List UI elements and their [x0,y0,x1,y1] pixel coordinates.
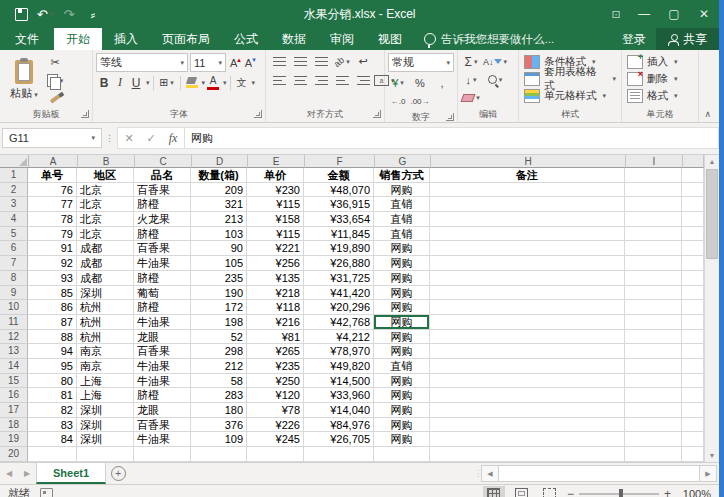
cell-A17[interactable]: 82 [28,403,77,418]
tab-page-layout[interactable]: 页面布局 [150,28,222,50]
cell-D9[interactable]: 190 [191,286,247,301]
row-header-2[interactable]: 2 [0,183,28,198]
cell-A14[interactable]: 95 [28,359,77,374]
cell-G8[interactable]: 网购 [374,271,430,286]
sheet-tab-sheet1[interactable]: Sheet1 [36,463,106,484]
cell-H6[interactable] [430,241,625,256]
cell-F19[interactable]: ¥26,705 [304,432,374,447]
cell-C15[interactable]: 牛油果 [134,374,191,389]
cell-I18[interactable] [625,418,682,433]
cell-G15[interactable]: 网购 [374,374,430,389]
row-header-13[interactable]: 13 [0,344,28,359]
format-as-table-button[interactable]: 套用表格格式▾ [522,70,618,87]
cell-F13[interactable]: ¥78,970 [304,344,374,359]
row-header-18[interactable]: 18 [0,418,28,433]
delete-cells-button[interactable]: 删除▾ [625,70,695,87]
row-header-8[interactable]: 8 [0,271,28,286]
cell-C10[interactable]: 脐橙 [134,300,191,315]
cell-G3[interactable]: 直销 [374,197,430,212]
cell-I2[interactable] [625,183,682,198]
zoom-level[interactable]: 100% [677,488,711,497]
row-header-3[interactable]: 3 [0,197,28,212]
increase-indent-button[interactable] [353,72,373,89]
cell-I7[interactable] [625,256,682,271]
cell-B14[interactable]: 南京 [77,359,134,374]
cell-D3[interactable]: 321 [191,197,247,212]
clear-button[interactable]: ▾ [461,89,481,106]
cell-H4[interactable] [430,212,625,227]
bottom-align-button[interactable] [311,53,331,70]
cell-F9[interactable]: ¥41,420 [304,286,374,301]
horizontal-scrollbar[interactable]: ◀ ▶ [481,463,719,484]
insert-cells-button[interactable]: 插入▾ [625,53,695,70]
cell-H5[interactable] [430,227,625,242]
cell-C13[interactable]: 百香果 [134,344,191,359]
cell-F10[interactable]: ¥20,296 [304,300,374,315]
cell-A8[interactable]: 93 [28,271,77,286]
column-header-G[interactable]: G [375,155,431,168]
cell-D2[interactable]: 209 [191,183,247,198]
cell-A6[interactable]: 91 [28,241,77,256]
cell-C2[interactable]: 百香果 [134,183,191,198]
cell-B16[interactable]: 上海 [77,388,134,403]
cell-E18[interactable]: ¥226 [247,418,304,433]
cut-button[interactable]: ✂ [45,54,65,71]
row-header-9[interactable]: 9 [0,286,28,301]
cell-I13[interactable] [625,344,682,359]
cell-E8[interactable]: ¥135 [247,271,304,286]
cell-I4[interactable] [625,212,682,227]
paste-button[interactable]: 粘贴▾ [3,53,45,107]
cell-B19[interactable]: 深圳 [77,432,134,447]
cell-G11[interactable]: 网购 [374,315,430,330]
decrease-indent-button[interactable] [332,72,352,89]
cell-E4[interactable]: ¥158 [247,212,304,227]
cell-D15[interactable]: 58 [191,374,247,389]
cell-F8[interactable]: ¥31,725 [304,271,374,286]
name-box[interactable]: G11▾ [2,128,102,148]
cell-F17[interactable]: ¥14,040 [304,403,374,418]
scroll-right-icon[interactable]: ▶ [699,465,717,482]
zoom-slider-thumb[interactable] [619,489,623,497]
tab-view[interactable]: 视图 [366,28,414,50]
format-painter-button[interactable] [45,90,65,107]
cell-F12[interactable]: ¥4,212 [304,330,374,345]
cell-B8[interactable]: 成都 [77,271,134,286]
column-header-D[interactable]: D [192,155,248,168]
center-button[interactable] [290,72,310,89]
cell-C9[interactable]: 葡萄 [134,286,191,301]
cell-E1[interactable]: 单价 [247,168,304,183]
undo-button[interactable]: ↶▾ [34,3,56,25]
cell-D20[interactable] [191,447,247,462]
clipboard-dialog-launcher[interactable] [81,110,89,118]
cell-I1[interactable] [625,168,682,183]
cell-G7[interactable]: 网购 [374,256,430,271]
row-header-7[interactable]: 7 [0,256,28,271]
cell-B17[interactable]: 深圳 [77,403,134,418]
cell-B6[interactable]: 成都 [77,241,134,256]
cell-B4[interactable]: 北京 [77,212,134,227]
alignment-dialog-launcher[interactable] [373,110,381,118]
decrease-decimal-button[interactable]: .00→ [410,93,430,110]
cell-C11[interactable]: 牛油果 [134,315,191,330]
cell-D16[interactable]: 283 [191,388,247,403]
cell-A19[interactable]: 84 [28,432,77,447]
cell-A20[interactable] [28,447,77,462]
cell-I9[interactable] [625,286,682,301]
cell-E6[interactable]: ¥221 [247,241,304,256]
cell-B2[interactable]: 北京 [77,183,134,198]
row-header-11[interactable]: 11 [0,315,28,330]
scroll-left-icon[interactable]: ◀ [481,465,499,482]
underline-button[interactable]: U [128,76,144,90]
cell-A12[interactable]: 88 [28,330,77,345]
column-header-H[interactable]: H [431,155,626,168]
cell-I6[interactable] [625,241,682,256]
column-header-C[interactable]: C [135,155,192,168]
increase-decimal-button[interactable]: ←.0 [388,93,408,110]
cell-F7[interactable]: ¥26,880 [304,256,374,271]
cell-D18[interactable]: 376 [191,418,247,433]
autosum-button[interactable]: Σ▾ [461,53,481,70]
cell-C6[interactable]: 百香果 [134,241,191,256]
cell-B20[interactable] [77,447,134,462]
vertical-scroll-thumb[interactable] [706,169,718,259]
cell-D11[interactable]: 198 [191,315,247,330]
